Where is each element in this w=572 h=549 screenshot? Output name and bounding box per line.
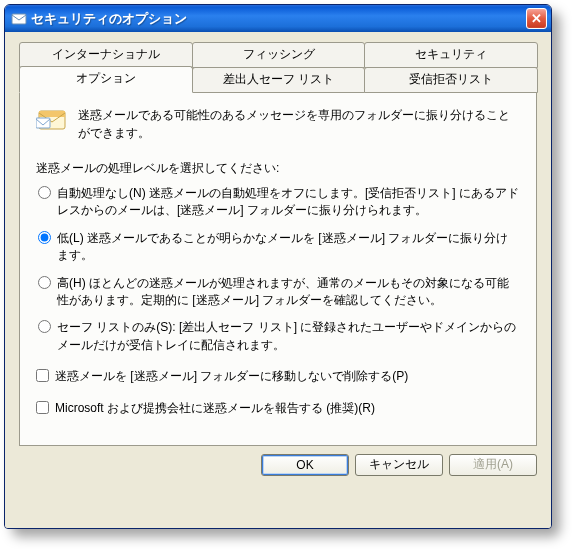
radio-safelist-label: セーフ リストのみ(S): [差出人セーフ リスト] に登録されたユーザーやドメ… <box>57 319 520 354</box>
title-bar[interactable]: セキュリティのオプション ✕ <box>5 5 551 32</box>
apply-button[interactable]: 適用(A) <box>449 454 537 476</box>
svg-rect-0 <box>12 14 26 24</box>
tab-label: 受信拒否リスト <box>409 72 493 86</box>
tab-international[interactable]: インターナショナル <box>19 42 193 68</box>
tab-phishing[interactable]: フィッシング <box>192 42 366 68</box>
tab-label: 差出人セーフ リスト <box>223 72 334 86</box>
intro-text: 迷惑メールである可能性のあるメッセージを専用のフォルダーに振り分けることができま… <box>78 106 520 142</box>
tab-panel-options: 迷惑メールである可能性のあるメッセージを専用のフォルダーに振り分けることができま… <box>19 92 537 446</box>
svg-rect-3 <box>36 118 50 128</box>
radio-low-input[interactable] <box>38 231 51 244</box>
close-icon: ✕ <box>531 12 542 25</box>
check-delete-label: 迷惑メールを [迷惑メール] フォルダーに移動しないで削除する(P) <box>55 368 408 385</box>
check-delete-input[interactable] <box>36 369 49 382</box>
radio-group-level: 自動処理なし(N) 迷惑メールの自動処理をオフにします。[受信拒否リスト] にあ… <box>38 185 520 354</box>
cancel-button[interactable]: キャンセル <box>355 454 443 476</box>
title-icon <box>11 11 27 27</box>
button-bar: OK キャンセル 適用(A) <box>19 446 537 476</box>
checkbox-group: 迷惑メールを [迷惑メール] フォルダーに移動しないで削除する(P) Micro… <box>36 368 520 417</box>
tab-safe-senders[interactable]: 差出人セーフ リスト <box>192 67 366 93</box>
client-area: インターナショナル フィッシング セキュリティ オプション 差出人セーフ リスト… <box>5 32 551 528</box>
tab-strip: インターナショナル フィッシング セキュリティ オプション 差出人セーフ リスト… <box>19 42 537 446</box>
tab-label: オプション <box>76 71 136 85</box>
radio-high[interactable]: 高(H) ほとんどの迷惑メールが処理されますが、通常のメールもその対象になる可能… <box>38 275 520 310</box>
radio-low-label: 低(L) 迷惑メールであることが明らかなメールを [迷惑メール] フォルダーに振… <box>57 230 520 265</box>
radio-high-label: 高(H) ほとんどの迷惑メールが処理されますが、通常のメールもその対象になる可能… <box>57 275 520 310</box>
tab-security[interactable]: セキュリティ <box>364 42 538 68</box>
radio-high-input[interactable] <box>38 276 51 289</box>
check-report-input[interactable] <box>36 401 49 414</box>
tab-label: フィッシング <box>243 47 315 61</box>
section-label: 迷惑メールの処理レベルを選択してください: <box>36 160 520 177</box>
check-report-label: Microsoft および提携会社に迷惑メールを報告する (推奨)(R) <box>55 400 375 417</box>
tab-options[interactable]: オプション <box>19 66 193 93</box>
radio-none[interactable]: 自動処理なし(N) 迷惑メールの自動処理をオフにします。[受信拒否リスト] にあ… <box>38 185 520 220</box>
ok-button[interactable]: OK <box>261 454 349 476</box>
check-delete[interactable]: 迷惑メールを [迷惑メール] フォルダーに移動しないで削除する(P) <box>36 368 520 385</box>
close-button[interactable]: ✕ <box>526 8 547 29</box>
mail-icon <box>36 106 68 134</box>
tab-blocked-senders[interactable]: 受信拒否リスト <box>364 67 538 93</box>
dialog-window: セキュリティのオプション ✕ インターナショナル フィッシング セキュリティ オ… <box>4 4 552 529</box>
tab-label: インターナショナル <box>52 47 160 61</box>
check-report[interactable]: Microsoft および提携会社に迷惑メールを報告する (推奨)(R) <box>36 400 520 417</box>
radio-safelist-only[interactable]: セーフ リストのみ(S): [差出人セーフ リスト] に登録されたユーザーやドメ… <box>38 319 520 354</box>
tab-label: セキュリティ <box>415 47 487 61</box>
radio-low[interactable]: 低(L) 迷惑メールであることが明らかなメールを [迷惑メール] フォルダーに振… <box>38 230 520 265</box>
radio-none-input[interactable] <box>38 186 51 199</box>
radio-safelist-input[interactable] <box>38 320 51 333</box>
radio-none-label: 自動処理なし(N) 迷惑メールの自動処理をオフにします。[受信拒否リスト] にあ… <box>57 185 520 220</box>
title-text: セキュリティのオプション <box>31 10 526 28</box>
